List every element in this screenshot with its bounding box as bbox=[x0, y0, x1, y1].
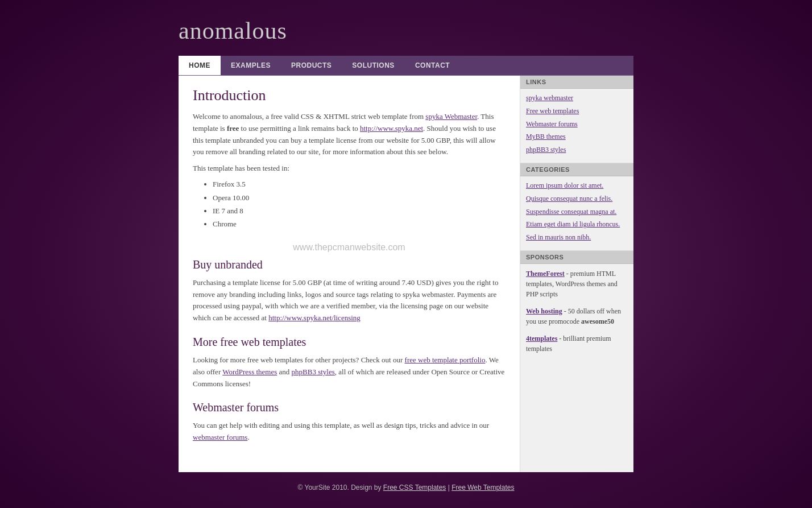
browser-list: Firefox 3.5 Opera 10.00 IE 7 and 8 Chrom… bbox=[213, 177, 506, 231]
nav-item-home[interactable]: HOME bbox=[179, 56, 221, 75]
intro-para1: Welcome to anomalous, a free valid CSS &… bbox=[193, 111, 506, 158]
more-section: More free web templates Looking for more… bbox=[193, 336, 506, 390]
intro-text-mid2: to use permitting a link remains back to bbox=[239, 124, 360, 133]
sidebar: LINKS spyka webmaster Free web templates… bbox=[520, 76, 633, 472]
forums-section: Webmaster forums You can get help with e… bbox=[193, 401, 506, 444]
nav-item-contact[interactable]: CONTACT bbox=[405, 56, 460, 75]
sponsor-link-1[interactable]: Web hosting bbox=[526, 307, 562, 315]
more-heading: More free web templates bbox=[193, 336, 506, 349]
footer-link-1[interactable]: Free CSS Templates bbox=[383, 484, 446, 492]
more-para: Looking for more free web templates for … bbox=[193, 354, 506, 390]
links-section-title: LINKS bbox=[520, 76, 633, 89]
nav-item-products[interactable]: PRODUCTS bbox=[281, 56, 342, 75]
buy-heading: Buy unbranded bbox=[193, 258, 506, 271]
sponsors-section-title: SPONSORS bbox=[520, 251, 633, 264]
sidebar-link-1[interactable]: Free web templates bbox=[526, 106, 628, 116]
footer: © YourSite 2010. Design by Free CSS Temp… bbox=[179, 472, 633, 503]
forums-heading: Webmaster forums bbox=[193, 401, 506, 414]
sponsor-2: 4templates - brilliant premium templates bbox=[526, 333, 628, 354]
spyka-webmaster-link[interactable]: spyka Webmaster bbox=[425, 112, 477, 121]
sponsors-list: ThemeForest - premium HTML templates, Wo… bbox=[520, 264, 633, 365]
content-wrapper: Introduction Welcome to anomalous, a fre… bbox=[179, 76, 633, 472]
sponsor-link-2[interactable]: 4templates bbox=[526, 334, 557, 342]
intro-section: Introduction Welcome to anomalous, a fre… bbox=[193, 87, 506, 231]
sidebar-link-2[interactable]: Webmaster forums bbox=[526, 119, 628, 129]
spyka-net-link[interactable]: http://www.spyka.net bbox=[360, 124, 423, 133]
forums-suffix: . bbox=[247, 433, 249, 441]
intro-heading: Introduction bbox=[193, 87, 506, 104]
category-link-4[interactable]: Sed in mauris non nibh. bbox=[526, 233, 628, 242]
browser-item-1: Opera 10.00 bbox=[213, 191, 506, 204]
sponsor-link-0[interactable]: ThemeForest bbox=[526, 270, 565, 278]
portfolio-link[interactable]: free web template portfolio bbox=[405, 356, 486, 364]
browser-item-0: Firefox 3.5 bbox=[213, 177, 506, 191]
nav-item-solutions[interactable]: SOLUTIONS bbox=[342, 56, 405, 75]
tested-intro: This template has been tested in: bbox=[193, 164, 506, 173]
more-prefix: Looking for more free web templates for … bbox=[193, 356, 405, 364]
forums-para: You can get help with editing and using … bbox=[193, 420, 506, 444]
watermark: www.thepcmanwebsite.com bbox=[193, 242, 506, 253]
sidebar-link-0[interactable]: spyka webmaster bbox=[526, 93, 628, 103]
intro-text-prefix: Welcome to anomalous, a free valid CSS &… bbox=[193, 112, 425, 121]
main-content: Introduction Welcome to anomalous, a fre… bbox=[179, 76, 520, 472]
buy-para: Purchasing a template license for 5.00 G… bbox=[193, 277, 506, 324]
categories-list: Lorem ipsum dolor sit amet. Quisque cons… bbox=[520, 176, 633, 251]
site-title: anomalous bbox=[179, 17, 633, 44]
footer-link-2[interactable]: Free Web Templates bbox=[451, 484, 514, 492]
forums-link[interactable]: webmaster forums bbox=[193, 433, 247, 441]
category-link-1[interactable]: Quisque consequat nunc a felis. bbox=[526, 194, 628, 204]
wordpress-link[interactable]: WordPress themes bbox=[222, 367, 277, 376]
phpbb3-link[interactable]: phpBB3 styles bbox=[292, 367, 335, 376]
links-list: spyka webmaster Free web templates Webma… bbox=[520, 89, 633, 163]
sponsor-1: Web hosting - 50 dollars off when you us… bbox=[526, 306, 628, 327]
browser-item-2: IE 7 and 8 bbox=[213, 204, 506, 217]
nav-item-examples[interactable]: EXAMPLES bbox=[221, 56, 281, 75]
forums-prefix: You can get help with editing and using … bbox=[193, 421, 489, 429]
category-link-3[interactable]: Etiam eget diam id ligula rhoncus. bbox=[526, 220, 628, 229]
browser-item-3: Chrome bbox=[213, 217, 506, 230]
buy-section: Buy unbranded Purchasing a template lice… bbox=[193, 258, 506, 324]
sidebar-link-4[interactable]: phpBB3 styles bbox=[526, 145, 628, 155]
footer-text: © YourSite 2010. Design by bbox=[298, 484, 383, 492]
sidebar-link-3[interactable]: MyBB themes bbox=[526, 132, 628, 142]
sponsor-bold-1: awesome50 bbox=[581, 317, 614, 325]
footer-separator: | bbox=[446, 484, 451, 492]
licensing-link[interactable]: http://www.spyka.net/licensing bbox=[268, 313, 361, 322]
category-link-2[interactable]: Suspendisse consequat magna at. bbox=[526, 207, 628, 217]
category-link-0[interactable]: Lorem ipsum dolor sit amet. bbox=[526, 181, 628, 191]
sponsor-0: ThemeForest - premium HTML templates, Wo… bbox=[526, 269, 628, 299]
categories-section-title: CATEGORIES bbox=[520, 163, 633, 176]
nav-bar: HOME EXAMPLES PRODUCTS SOLUTIONS CONTACT bbox=[179, 56, 633, 76]
more-and: and bbox=[277, 367, 291, 376]
intro-bold-free: free bbox=[227, 124, 239, 133]
